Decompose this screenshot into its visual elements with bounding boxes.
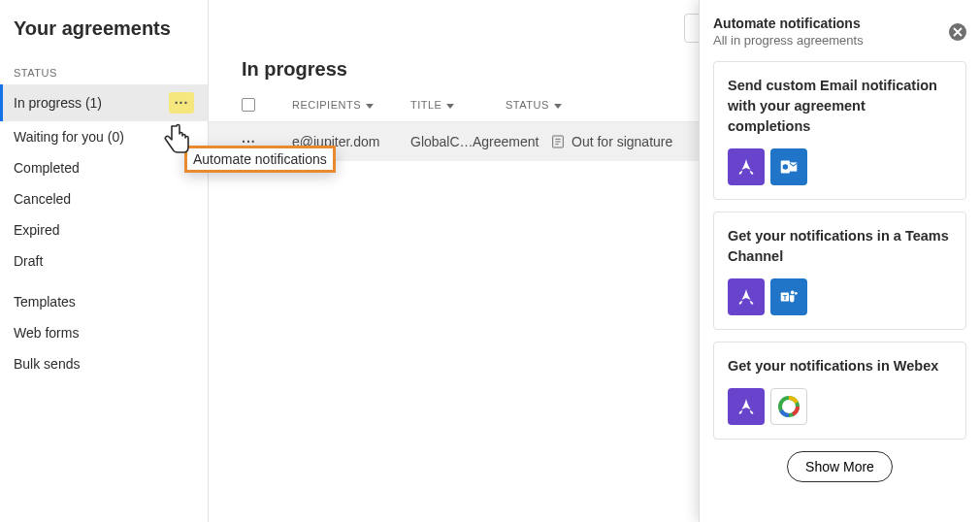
sidebar-item-templates[interactable]: Templates	[0, 286, 208, 317]
context-menu: Automate notifications	[184, 146, 336, 173]
column-recipients[interactable]: RECIPIENTS	[292, 99, 361, 111]
sidebar-item-web-forms[interactable]: Web forms	[0, 317, 208, 348]
sidebar-item-completed[interactable]: Completed	[0, 152, 208, 183]
more-options-button[interactable]: ···	[169, 92, 194, 114]
sidebar: Your agreements STATUS In progress (1) ·…	[0, 0, 209, 522]
right-panel: Automate notifications All in progress a…	[699, 0, 980, 522]
svg-point-12	[795, 292, 798, 295]
teams-icon: T	[770, 278, 807, 315]
panel-subtitle: All in progress agreements	[713, 33, 945, 48]
svg-text:T: T	[783, 293, 788, 302]
sidebar-item-label: Expired	[14, 222, 59, 238]
panel-title: Automate notifications	[713, 16, 945, 31]
card-title: Get your notifications in Webex	[728, 356, 952, 376]
cell-type: Agreement	[473, 134, 550, 149]
select-all-checkbox[interactable]	[242, 98, 255, 112]
sidebar-item-label: Waiting for you (0)	[14, 129, 124, 145]
svg-point-7	[783, 164, 789, 170]
column-title[interactable]: TITLE	[410, 99, 441, 111]
sidebar-item-label: Templates	[14, 294, 76, 310]
sidebar-item-bulk-sends[interactable]: Bulk sends	[0, 348, 208, 379]
automation-card-email[interactable]: Send custom Email notification with your…	[713, 61, 966, 200]
card-title: Get your notifications in a Teams Channe…	[728, 226, 952, 267]
acrobat-icon	[728, 148, 765, 185]
menu-item-automate-notifications[interactable]: Automate notifications	[193, 151, 327, 167]
outlook-icon	[770, 148, 807, 185]
status-heading: STATUS	[0, 59, 208, 84]
sidebar-item-canceled[interactable]: Canceled	[0, 183, 208, 214]
card-title: Send custom Email notification with your…	[728, 76, 952, 137]
sidebar-item-label: Canceled	[14, 191, 71, 207]
sort-icon[interactable]	[445, 100, 455, 110]
webex-icon	[770, 388, 807, 425]
sort-icon[interactable]	[365, 100, 375, 110]
sidebar-item-draft[interactable]: Draft	[0, 245, 208, 277]
cell-status: Out for signature	[572, 134, 672, 149]
sidebar-item-label: Completed	[14, 160, 80, 176]
sidebar-item-expired[interactable]: Expired	[0, 214, 208, 245]
document-icon	[550, 134, 566, 149]
cell-title: GlobalC…	[410, 134, 473, 149]
acrobat-icon	[728, 388, 765, 425]
column-status[interactable]: STATUS	[506, 99, 549, 111]
sidebar-item-in-progress[interactable]: In progress (1) ···	[0, 84, 208, 121]
sidebar-item-label: Draft	[14, 253, 43, 269]
automation-card-teams[interactable]: Get your notifications in a Teams Channe…	[713, 212, 966, 330]
sidebar-item-label: Bulk sends	[14, 356, 80, 372]
show-more-button[interactable]: Show More	[787, 451, 893, 482]
sidebar-item-label: In progress (1)	[14, 95, 102, 111]
sidebar-item-label: Web forms	[14, 325, 79, 341]
sidebar-item-waiting[interactable]: Waiting for you (0)	[0, 121, 208, 152]
page-title: Your agreements	[0, 17, 208, 59]
automation-card-webex[interactable]: Get your notifications in Webex	[713, 342, 966, 440]
sort-icon[interactable]	[553, 100, 563, 110]
svg-point-11	[791, 291, 795, 295]
close-icon	[953, 27, 963, 37]
acrobat-icon	[728, 278, 765, 315]
close-button[interactable]	[949, 23, 966, 41]
